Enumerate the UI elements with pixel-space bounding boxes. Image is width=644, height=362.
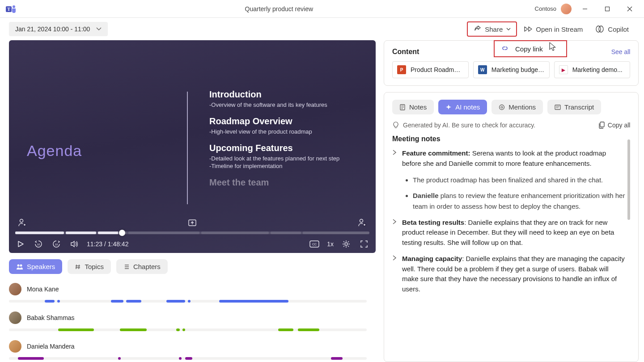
svg-point-23 (501, 106, 503, 108)
content-file[interactable]: ▶ Marketing demo... (554, 61, 631, 78)
speaker-name: Babak Shammas (27, 314, 75, 321)
rewind-10-icon[interactable]: 10 (33, 239, 44, 249)
user-avatar[interactable] (561, 4, 572, 14)
svg-point-12 (360, 219, 363, 223)
copy-link-item[interactable]: Copy link (515, 45, 543, 53)
tab-label: Topics (85, 263, 104, 270)
tenant-name: Contoso (535, 5, 556, 12)
list-icon (123, 264, 130, 270)
copy-all-button[interactable]: Copy all (599, 122, 631, 129)
open-in-stream-button[interactable]: Open in Stream (517, 21, 589, 37)
speaker-timeline-track[interactable] (9, 328, 367, 331)
tab-speakers[interactable]: Speakers (9, 259, 62, 274)
agenda-item-title: Introduction (209, 89, 361, 100)
tab-label: Transcript (564, 103, 594, 111)
fullscreen-icon[interactable] (359, 239, 369, 249)
chevron-down-icon (96, 26, 102, 32)
playback-speed[interactable]: 1x (327, 240, 334, 248)
chevron-right-icon[interactable] (392, 219, 398, 248)
chevron-right-icon[interactable] (392, 150, 398, 168)
content-file[interactable]: P Product Roadmap... (392, 61, 469, 78)
seek-thumb[interactable] (119, 230, 125, 236)
svg-text:10: 10 (37, 243, 40, 246)
tab-mentions[interactable]: Mentions (491, 100, 543, 114)
add-person-right-icon[interactable] (357, 217, 368, 228)
tab-label: Chapters (133, 263, 161, 270)
copilot-button[interactable]: Copilot (589, 21, 635, 37)
note-sublist: The product roadmap has been finalized a… (413, 175, 625, 211)
agenda-item-title: Roadmap Overview (209, 116, 361, 126)
tab-label: Mentions (508, 103, 536, 111)
upload-icon[interactable] (187, 217, 198, 228)
file-label: Marketing budget... (491, 66, 545, 73)
window-title: Quarterly product review (23, 5, 535, 13)
transcript-icon (555, 104, 561, 110)
share-icon (473, 25, 481, 33)
copilot-label: Copilot (608, 25, 629, 33)
note-item: Managing capacity: Danielle explains tha… (392, 254, 625, 294)
chevron-right-icon[interactable] (392, 255, 398, 294)
copy-icon (599, 122, 605, 129)
note-sub-item: The product roadmap has been finalized a… (413, 175, 625, 185)
teams-app-icon: T (5, 4, 16, 14)
slide-agenda-label: Agenda (27, 142, 82, 160)
copilot-icon (595, 25, 604, 34)
recording-player: Agenda Introduction -Overview of the sof… (9, 40, 376, 253)
tab-notes[interactable]: Notes (392, 100, 434, 114)
tab-ai-notes[interactable]: AI notes (438, 100, 487, 114)
content-file[interactable]: W Marketing budget... (473, 61, 550, 78)
slide-agenda-list: Introduction -Overview of the software a… (209, 89, 361, 189)
agenda-item-sub: -Detailed look at the features planned f… (209, 155, 361, 162)
share-label: Share (485, 25, 503, 33)
svg-point-2 (13, 5, 15, 8)
maximize-button[interactable] (598, 2, 616, 16)
svg-point-8 (599, 26, 603, 32)
settings-gear-icon[interactable] (341, 239, 352, 249)
agenda-item-sub: -Overview of the software and its key fe… (209, 101, 361, 108)
svg-rect-25 (600, 122, 604, 127)
notes-tabs: Notes AI notes Mentions Transcript (392, 100, 630, 114)
tab-chapters[interactable]: Chapters (116, 259, 168, 274)
captions-icon[interactable]: CC (309, 239, 320, 249)
see-all-link[interactable]: See all (611, 48, 631, 55)
tab-transcript[interactable]: Transcript (547, 100, 601, 114)
tab-label: Notes (409, 103, 427, 111)
agenda-item-title: Upcoming Features (209, 143, 361, 153)
minimize-button[interactable] (576, 2, 594, 16)
open-in-stream-label: Open in Stream (536, 25, 583, 33)
occurrence-picker[interactable]: Jan 21, 2024 10:00 - 11:00 (9, 22, 108, 36)
speaker-row: Mona Kane (9, 280, 376, 303)
title-bar: T Quarterly product review Contoso (0, 0, 644, 18)
speaker-name: Mona Kane (27, 286, 59, 293)
svg-point-9 (20, 219, 23, 223)
powerpoint-icon: P (397, 65, 406, 74)
note-sub-item: Danielle plans to review the feature enh… (413, 190, 625, 211)
agenda-item-title: Meet the team (209, 177, 361, 188)
svg-rect-4 (606, 7, 610, 11)
sparkle-icon (445, 104, 452, 110)
add-person-left-icon[interactable] (17, 217, 28, 228)
link-icon (501, 45, 509, 53)
people-icon (16, 263, 23, 270)
share-button[interactable]: Share (467, 21, 517, 37)
notes-scroll-area[interactable]: Meeting notes Feature commitment: Serena… (392, 135, 630, 296)
volume-icon[interactable] (69, 239, 80, 249)
forward-10-icon[interactable]: 10 (51, 239, 62, 249)
svg-point-19 (17, 264, 20, 266)
speaker-timeline-track[interactable] (9, 300, 367, 303)
stream-icon (523, 25, 532, 33)
close-button[interactable] (621, 2, 639, 16)
speakers-timeline: Mona Kane Babak Shammas Daniela (9, 280, 376, 362)
svg-point-20 (20, 264, 22, 266)
notes-card: Notes AI notes Mentions Transcript (384, 92, 639, 362)
tab-topics[interactable]: Topics (68, 259, 111, 274)
seek-bar[interactable] (15, 232, 369, 234)
copy-all-label: Copy all (608, 122, 631, 129)
play-button[interactable] (15, 239, 26, 249)
scrollbar-thumb[interactable] (627, 139, 630, 220)
speaker-row: Daniela Mandera (9, 337, 376, 360)
svg-text:10: 10 (55, 243, 58, 246)
notes-heading: Meeting notes (392, 135, 625, 143)
svg-text:T: T (7, 7, 10, 12)
speaker-timeline-track[interactable] (9, 357, 367, 360)
